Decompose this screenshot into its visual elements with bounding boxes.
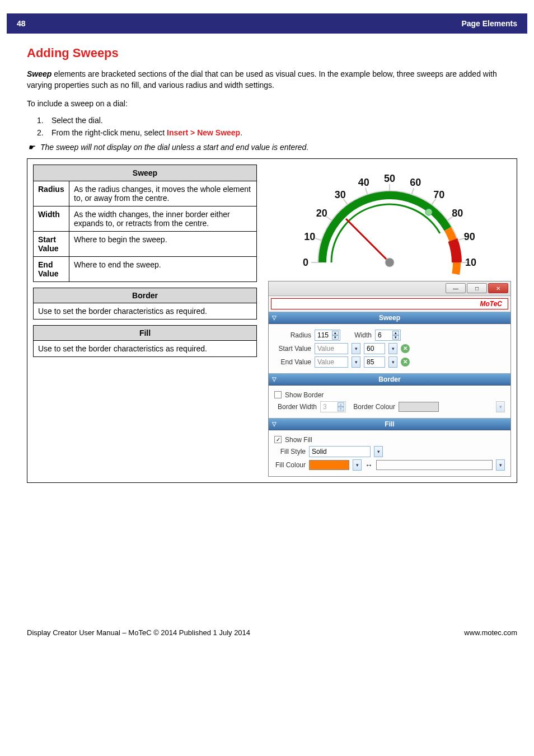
row-label: Width (34, 206, 69, 231)
border-section-title: Border (378, 375, 400, 383)
row-label: Start Value (34, 231, 69, 256)
sweep-table-header: Sweep (34, 165, 257, 181)
window-maximize-button[interactable] (467, 283, 487, 293)
brand-label: MoTeC (271, 298, 508, 309)
svg-text:50: 50 (384, 173, 395, 184)
show-border-checkbox[interactable] (274, 391, 282, 398)
border-width-label: Border Width (274, 403, 317, 411)
dial-svg: 0102030405060708090100 (303, 165, 476, 276)
fill-section-header[interactable]: ▽ Fill (269, 418, 510, 430)
start-value-source[interactable]: Value (315, 343, 348, 354)
step-2: 2. From the right-click menu, select Ins… (37, 128, 517, 137)
svg-line-12 (412, 188, 414, 194)
border-colour-swatch (399, 402, 439, 412)
spinner-icon: ▴▾ (338, 402, 344, 411)
svg-text:100: 100 (465, 257, 476, 268)
page-footer: Display Creator User Manual – MoTeC © 20… (0, 628, 534, 654)
width-label: Width (344, 331, 372, 339)
show-border-label: Show Border (285, 391, 324, 399)
dropdown-button[interactable]: ▾ (353, 459, 362, 471)
spinner-icon[interactable]: ▴▾ (332, 331, 339, 340)
footer-left: Display Creator User Manual – MoTeC © 20… (27, 628, 250, 637)
fill-section-body: ✓ Show Fill Fill Style Solid ▾ Fill Colo… (269, 430, 510, 476)
collapse-icon: ▽ (272, 314, 277, 321)
dropdown-button[interactable]: ▾ (496, 459, 505, 471)
table-row: Radius As the radius changes, it moves t… (34, 181, 257, 206)
end-value-source[interactable]: Value (315, 356, 348, 368)
intro-emphasis: Sweep (27, 69, 51, 78)
spinner-icon[interactable]: ▴▾ (392, 331, 399, 340)
fill-desc: Use to set the border characteristics as… (33, 341, 257, 357)
include-text: To include a sweep on a dial: (27, 98, 517, 109)
radius-value: 115 (317, 331, 329, 339)
intro-paragraph: Sweep elements are bracketed sections of… (27, 68, 517, 91)
row-desc: Where to end the sweep. (69, 256, 257, 281)
width-input[interactable]: 6 ▴▾ (375, 330, 401, 341)
border-colour-label: Border Colour (349, 403, 395, 411)
radius-input[interactable]: 115 ▴▾ (315, 330, 340, 341)
intro-text: elements are bracketed sections of the d… (27, 69, 497, 90)
row-desc: As the radius changes, it moves the whol… (69, 181, 257, 206)
fill-style-select[interactable]: Solid (309, 446, 371, 457)
start-value-input[interactable]: 60 (364, 343, 385, 354)
row-label: End Value (34, 256, 69, 281)
sweep-section-title: Sweep (379, 314, 400, 322)
dropdown-button[interactable]: ▾ (352, 343, 360, 354)
svg-point-23 (385, 258, 394, 267)
radius-label: Radius (274, 331, 311, 339)
fill-style-value: Solid (312, 448, 327, 456)
collapse-icon: ▽ (272, 376, 277, 382)
border-width-input: 3 ▴▾ (320, 401, 346, 412)
step-2-number: 2. (37, 128, 49, 137)
end-value-input[interactable]: 85 (364, 356, 385, 368)
dropdown-button[interactable]: ▾ (388, 343, 397, 354)
svg-text:70: 70 (433, 189, 444, 200)
page-header: 48 Page Elements (7, 13, 527, 34)
border-width-value: 3 (323, 403, 327, 411)
svg-text:40: 40 (358, 177, 369, 188)
border-desc: Use to set the border characteristics as… (33, 303, 257, 320)
page-number: 48 (17, 19, 26, 28)
border-section-header[interactable]: ▽ Border (269, 373, 510, 386)
fill-colour-swatch-2[interactable] (376, 460, 493, 470)
width-value: 6 (378, 331, 382, 339)
dropdown-button[interactable]: ▾ (388, 356, 397, 368)
end-value-label: End Value (274, 358, 311, 366)
show-fill-checkbox[interactable]: ✓ (274, 436, 282, 443)
row-label: Radius (34, 181, 69, 206)
border-section-body: Show Border Border Width 3 ▴▾ Border Col… (269, 386, 510, 418)
fill-colour-label: Fill Colour (274, 461, 306, 469)
window-close-button[interactable] (488, 283, 508, 293)
row-desc: As the width changes, the inner border e… (69, 206, 257, 231)
definitions-column: Sweep Radius As the radius changes, it m… (27, 159, 263, 482)
clear-button[interactable]: ✕ (401, 358, 410, 367)
sweep-section-header[interactable]: ▽ Sweep (269, 312, 510, 324)
fill-header: Fill (33, 325, 257, 341)
sweep-table: Sweep Radius As the radius changes, it m… (33, 165, 257, 282)
border-header: Border (33, 288, 257, 303)
svg-text:0: 0 (303, 257, 308, 268)
svg-text:60: 60 (410, 177, 421, 188)
svg-line-8 (366, 188, 368, 194)
fill-colour-swatch[interactable] (309, 460, 349, 470)
svg-line-22 (346, 219, 390, 262)
svg-line-18 (458, 238, 464, 241)
note-icon: ☛ (28, 143, 38, 152)
svg-text:90: 90 (464, 231, 475, 242)
fill-section-title: Fill (385, 420, 394, 428)
clear-button[interactable]: ✕ (401, 344, 410, 353)
svg-point-24 (425, 209, 432, 215)
step-1-number: 1. (37, 116, 49, 125)
table-row: Width As the width changes, the inner bo… (34, 206, 257, 231)
row-desc: Where to begin the sweep. (69, 231, 257, 256)
footer-right: www.motec.com (464, 628, 517, 637)
link-icon[interactable]: ↔ (365, 461, 373, 469)
sweep-section-body: Radius 115 ▴▾ Width 6 ▴▾ Start Value (269, 324, 510, 373)
main-box: Sweep Radius As the radius changes, it m… (27, 158, 517, 483)
dropdown-button[interactable]: ▾ (374, 446, 383, 457)
properties-panel: MoTeC ▽ Sweep Radius 115 ▴▾ Width 6 (268, 281, 511, 477)
header-section: Page Elements (461, 19, 517, 28)
window-minimize-button[interactable] (446, 283, 466, 293)
step-2-menu: Insert > New Sweep (167, 128, 240, 137)
dropdown-button[interactable]: ▾ (352, 356, 360, 368)
